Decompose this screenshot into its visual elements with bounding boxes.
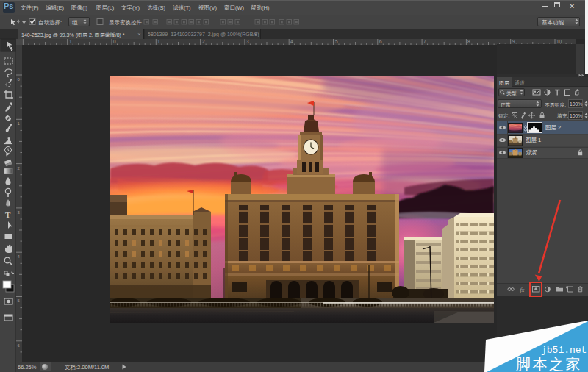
svg-text:jb51.net: jb51.net bbox=[541, 345, 587, 356]
svg-text:脚本之家: 脚本之家 bbox=[516, 356, 582, 372]
